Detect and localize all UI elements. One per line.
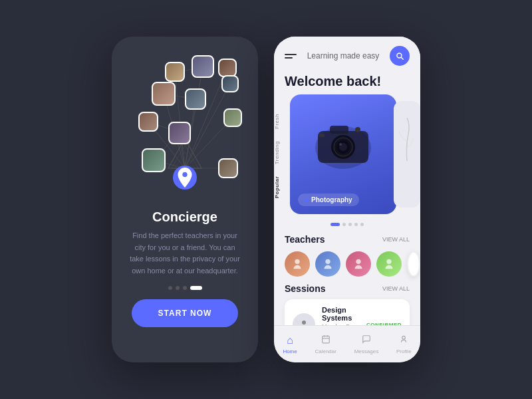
card-pagination (274, 223, 420, 226)
menu-button[interactable] (285, 54, 297, 59)
header-subtitle: Learning made easy (307, 51, 380, 61)
dot-2 (176, 286, 180, 290)
dot-3 (183, 286, 187, 290)
bottom-navigation: ⌂ Home Calendar Messages Profile (274, 325, 420, 362)
card-dot-2 (342, 223, 346, 226)
right-phone: Learning made easy Welcome back! Fresh T… (274, 37, 420, 362)
nav-home[interactable]: ⌂ Home (283, 334, 297, 354)
teachers-view-all[interactable]: VIEW ALL (382, 236, 410, 243)
card-dot-1 (331, 223, 340, 226)
tag-label: Photography (311, 196, 352, 203)
featured-card-inner: Photography (290, 94, 396, 214)
svg-point-31 (295, 259, 299, 264)
peek-card (394, 101, 420, 207)
svg-point-32 (325, 259, 330, 264)
card-dot-5 (360, 223, 364, 226)
avatar-node (218, 59, 237, 77)
teachers-title: Teachers (285, 234, 325, 245)
dot-1 (168, 286, 172, 290)
calendar-icon (321, 334, 331, 346)
profile-icon (399, 334, 408, 346)
teacher-avatar-inner (376, 251, 402, 277)
svg-point-34 (386, 259, 391, 264)
teacher-avatar-inner (315, 251, 340, 277)
left-phone: Concierge Find the perfect teachers in y… (112, 37, 258, 362)
svg-point-28 (339, 143, 342, 146)
app-header: Learning made easy (274, 37, 420, 71)
dot-4 (190, 286, 202, 290)
avatar-node (165, 62, 185, 82)
concierge-title: Concierge (152, 209, 217, 225)
nav-home-label: Home (283, 348, 297, 354)
sessions-view-all[interactable]: VIEW ALL (382, 285, 410, 292)
svg-point-40 (402, 336, 406, 339)
avatar-node (221, 75, 239, 92)
tab-fresh[interactable]: Fresh (274, 114, 290, 129)
tag-dot (305, 198, 309, 202)
category-tag: Photography (298, 194, 359, 206)
sessions-section-header: Sessions VIEW ALL (274, 281, 420, 297)
avatar-node (152, 82, 176, 106)
teacher-avatar-inner (346, 251, 371, 277)
card-dot-3 (348, 223, 352, 226)
concierge-description: Find the perfect teachers in your city f… (122, 230, 247, 277)
tab-popular[interactable]: Popular (274, 176, 290, 198)
featured-card[interactable]: Photography (290, 94, 396, 214)
start-now-button[interactable]: START NOW (132, 299, 238, 327)
nav-messages-label: Messages (354, 348, 378, 354)
svg-rect-36 (322, 336, 329, 342)
nav-messages[interactable]: Messages (354, 334, 378, 354)
home-icon: ⌂ (287, 334, 293, 346)
sessions-title: Sessions (285, 283, 325, 294)
avatar-node (223, 108, 242, 127)
svg-rect-29 (319, 134, 325, 137)
vertical-tabs: Fresh Trending Popular (274, 94, 290, 217)
teacher-avatar-inner (285, 251, 310, 277)
session-name: Design Systems (322, 306, 360, 322)
messages-icon (362, 334, 371, 346)
constellation-area (125, 55, 245, 201)
add-teacher-button[interactable] (407, 251, 420, 277)
teacher-avatar-4[interactable] (376, 251, 402, 277)
teachers-row (274, 247, 420, 281)
svg-rect-23 (330, 126, 348, 134)
nav-profile-label: Profile (396, 348, 412, 354)
teacher-avatar-2[interactable] (315, 251, 340, 277)
center-icon (173, 166, 197, 190)
svg-point-35 (302, 321, 306, 325)
camera-illustration (290, 94, 396, 194)
nav-calendar-label: Calendar (315, 348, 336, 354)
teacher-avatar-1[interactable] (285, 251, 310, 277)
svg-point-30 (355, 127, 360, 132)
nav-profile[interactable]: Profile (396, 334, 412, 354)
nav-calendar[interactable]: Calendar (315, 334, 336, 354)
avatar-node (185, 88, 206, 110)
search-button[interactable] (390, 46, 410, 66)
avatar-node (138, 112, 158, 132)
tab-trending[interactable]: Trending (274, 141, 290, 164)
welcome-heading: Welcome back! (274, 71, 420, 94)
teachers-section-header: Teachers VIEW ALL (274, 231, 420, 247)
avatar-node (142, 148, 166, 172)
svg-point-33 (356, 259, 360, 264)
avatar-node (192, 55, 214, 78)
card-dot-4 (354, 223, 358, 226)
teacher-avatar-3[interactable] (346, 251, 371, 277)
featured-card-area: Fresh Trending Popular (274, 94, 420, 217)
avatar-node (218, 158, 238, 178)
avatar-node (168, 122, 191, 144)
pagination-dots (168, 286, 202, 290)
